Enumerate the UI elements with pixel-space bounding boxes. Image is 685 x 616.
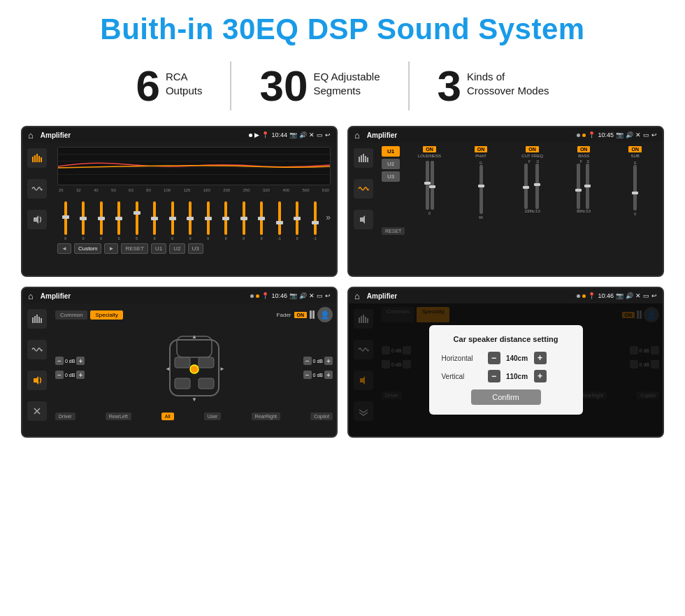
eq-slider-1[interactable]: 0 xyxy=(57,201,73,241)
bass-fader-f[interactable] xyxy=(577,164,580,209)
eq-graph xyxy=(57,147,331,185)
copilot-btn[interactable]: Copilot xyxy=(310,413,333,420)
u2-btn[interactable]: U2 xyxy=(382,159,400,169)
svg-text:◄: ◄ xyxy=(165,366,171,372)
eq-slider-7[interactable]: 0 xyxy=(164,201,180,241)
horizontal-plus-btn[interactable]: + xyxy=(534,352,547,364)
dialog-title: Car speaker distance setting xyxy=(442,335,570,343)
eq-sidebar-wave-icon[interactable] xyxy=(27,179,47,199)
stat-number-rca: 6 xyxy=(136,64,159,108)
fader-person-btn[interactable]: 👤 xyxy=(317,307,333,322)
status-bar-eq: ⌂ Amplifier ▶ 📍 10:44 📷 🔊 ✕ ▭ ↩ xyxy=(22,127,336,143)
rearright-btn[interactable]: RearRight xyxy=(252,413,281,420)
eq-u1-btn[interactable]: U1 xyxy=(151,243,166,254)
camera-icon-cro: 📷 xyxy=(616,131,623,138)
crossover-left-sidebar xyxy=(349,143,378,275)
location-icon-dist: 📍 xyxy=(588,292,596,299)
eq-u3-btn[interactable]: U3 xyxy=(188,243,203,254)
eq-slider-3[interactable]: 0 xyxy=(93,201,109,241)
bass-fader-g[interactable] xyxy=(586,164,589,209)
eq-slider-15[interactable]: -1 xyxy=(307,201,323,241)
eq-sidebar-eq-icon[interactable] xyxy=(27,148,47,168)
stat-eq: 30 EQ Adjustable Segments xyxy=(231,64,408,108)
speaker-icon-dist: 🔊 xyxy=(626,292,633,299)
channel-loudness: ON LOUDNESS 0 xyxy=(405,146,454,220)
u1-btn[interactable]: U1 xyxy=(382,146,400,157)
cro-sidebar-eq-icon[interactable] xyxy=(354,148,373,168)
db-plus-3[interactable]: + xyxy=(324,357,333,365)
sub-fader-wrap: G xyxy=(633,161,637,210)
eq-slider-14[interactable]: 0 xyxy=(289,201,305,241)
horizontal-minus-btn[interactable]: − xyxy=(488,352,500,364)
sub-fader[interactable] xyxy=(633,165,637,210)
db-plus-4[interactable]: + xyxy=(324,371,333,379)
rearleft-btn[interactable]: RearLeft xyxy=(106,413,131,420)
eq-prev-btn[interactable]: ◄ xyxy=(57,243,71,254)
svg-marker-16 xyxy=(360,215,365,224)
eq-slider-4[interactable]: 0 xyxy=(110,201,127,241)
vertical-minus-btn[interactable]: − xyxy=(488,370,500,382)
cutfreq-fader-f[interactable] xyxy=(524,164,528,209)
channel-sub: ON SUB G 0 xyxy=(611,146,659,220)
svg-rect-17 xyxy=(32,317,34,323)
eq-next-btn[interactable]: ► xyxy=(104,243,118,254)
eq-slider-12[interactable]: 0 xyxy=(253,201,269,241)
eq-more-icon[interactable]: » xyxy=(326,213,331,222)
db-minus-1[interactable]: − xyxy=(55,357,64,365)
specialty-tab[interactable]: Specialty xyxy=(90,310,122,320)
db-minus-3[interactable]: − xyxy=(303,357,312,365)
dialog-vertical-label: Vertical xyxy=(442,373,484,380)
eq-reset-btn[interactable]: RESET xyxy=(121,243,148,254)
eq-u2-btn[interactable]: U2 xyxy=(169,243,185,254)
db-minus-2[interactable]: − xyxy=(55,371,64,379)
u3-btn[interactable]: U3 xyxy=(382,171,400,182)
cutfreq-fader-g[interactable] xyxy=(535,164,539,209)
eq-slider-2[interactable]: 0 xyxy=(75,201,91,241)
app-name-fader: Amplifier xyxy=(41,292,247,300)
home-icon-fader[interactable]: ⌂ xyxy=(28,291,34,301)
user-btn[interactable]: User xyxy=(204,413,222,420)
common-tab[interactable]: Common xyxy=(55,310,87,320)
on-badge-bass[interactable]: ON xyxy=(577,146,591,152)
on-badge-loudness[interactable]: ON xyxy=(423,146,436,152)
driver-btn[interactable]: Driver xyxy=(55,413,75,420)
fader-on-tag[interactable]: ON xyxy=(294,312,308,318)
fad-sidebar-expand-icon[interactable] xyxy=(27,401,47,421)
db-plus-2[interactable]: + xyxy=(76,371,85,379)
back-icon-dist: ↩ xyxy=(651,292,657,299)
main-title: Buith-in 30EQ DSP Sound System xyxy=(21,13,664,46)
fad-sidebar-wave-icon[interactable] xyxy=(27,340,47,359)
cro-sidebar-vol-icon[interactable] xyxy=(354,210,373,229)
dot1-fader xyxy=(250,294,254,298)
confirm-button[interactable]: Confirm xyxy=(471,389,541,405)
status-icons-eq: ▶ 📍 10:44 📷 🔊 ✕ ▭ ↩ xyxy=(249,131,331,138)
eq-slider-13[interactable]: -1 xyxy=(271,201,287,241)
home-icon[interactable]: ⌂ xyxy=(28,130,34,141)
eq-slider-5[interactable]: 5 xyxy=(129,201,145,241)
on-badge-phat[interactable]: ON xyxy=(475,146,488,152)
vertical-plus-btn[interactable]: + xyxy=(534,370,547,382)
loudness-fader-r[interactable] xyxy=(431,161,434,210)
eq-slider-8[interactable]: 0 xyxy=(182,201,198,241)
eq-slider-10[interactable]: 0 xyxy=(217,201,233,241)
db-plus-1[interactable]: + xyxy=(76,357,85,365)
eq-sidebar-volume-icon[interactable] xyxy=(27,210,47,229)
on-badge-cutfreq[interactable]: ON xyxy=(526,146,539,152)
crossover-reset-btn[interactable]: RESET xyxy=(382,227,405,235)
home-icon-crossover[interactable]: ⌂ xyxy=(354,130,360,141)
eq-slider-9[interactable]: 0 xyxy=(200,201,216,241)
crossover-reset-row: RESET xyxy=(382,224,659,235)
fad-sidebar-eq-icon[interactable] xyxy=(27,309,47,329)
screen-crossover: ⌂ Amplifier 📍 10:45 📷 🔊 ✕ ▭ ↩ xyxy=(347,126,664,277)
on-badge-sub[interactable]: ON xyxy=(628,146,642,152)
cro-sidebar-wave-icon[interactable] xyxy=(354,179,373,199)
phat-fader[interactable] xyxy=(480,165,483,214)
eq-slider-6[interactable]: 0 xyxy=(146,201,162,241)
home-icon-dist[interactable]: ⌂ xyxy=(354,291,360,301)
loudness-fader-l[interactable] xyxy=(426,161,429,210)
all-btn[interactable]: All xyxy=(161,413,174,420)
fad-sidebar-vol-icon[interactable] xyxy=(27,371,47,390)
eq-slider-11[interactable]: 0 xyxy=(236,201,252,241)
svg-text:▲: ▲ xyxy=(192,334,197,340)
db-minus-4[interactable]: − xyxy=(303,371,312,379)
